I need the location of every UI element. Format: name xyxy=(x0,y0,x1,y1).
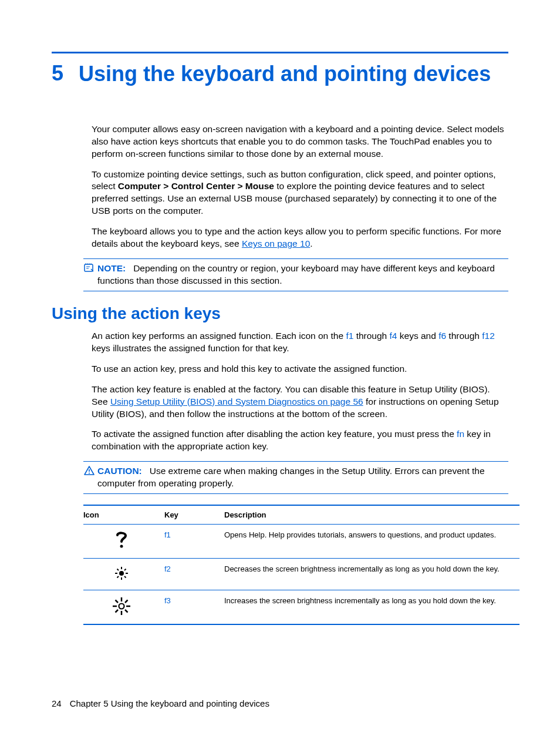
text: Use extreme care when making changes in … xyxy=(97,466,485,488)
chapter-title: Using the keyboard and pointing devices xyxy=(79,61,491,88)
svg-point-2 xyxy=(89,473,90,474)
table-row: f3 Increases the screen brightness incre… xyxy=(83,590,519,625)
help-icon xyxy=(83,525,164,559)
svg-line-12 xyxy=(124,569,126,571)
svg-line-10 xyxy=(124,576,126,578)
chapter-number: 5 xyxy=(52,61,63,86)
caution-label: CAUTION: xyxy=(97,466,142,476)
desc-cell: Increases the screen brightness incremen… xyxy=(224,590,519,625)
brightness-up-icon xyxy=(83,590,164,625)
table-row: f2 Decreases the screen brightness incre… xyxy=(83,559,519,590)
note-label: NOTE: xyxy=(97,263,126,273)
section-p4: To activate the assigned function after … xyxy=(92,428,508,453)
chapter-heading: 5 Using the keyboard and pointing device… xyxy=(52,61,508,88)
table-header-row: Icon Key Description xyxy=(83,505,519,525)
svg-line-11 xyxy=(117,576,119,578)
note-text: NOTE: Depending on the country or region… xyxy=(97,263,508,287)
caution-text: CAUTION: Use extreme care when making ch… xyxy=(97,465,508,490)
key-f1: f1 xyxy=(346,331,353,341)
keys-link[interactable]: Keys on page 10 xyxy=(242,238,310,248)
key-f6: f6 xyxy=(438,331,446,341)
section-p2: To use an action key, press and hold thi… xyxy=(92,363,508,375)
key-cell: f1 xyxy=(164,525,224,559)
caution-callout: CAUTION: Use extreme care when making ch… xyxy=(83,461,508,494)
key-cell: f3 xyxy=(164,590,224,625)
text: through xyxy=(353,331,389,341)
brightness-down-icon xyxy=(83,559,164,590)
intro-p2: To customize pointing device settings, s… xyxy=(92,169,508,218)
intro-p3: The keyboard allows you to type and the … xyxy=(92,226,508,250)
table-row: f1 Opens Help. Help provides tutorials, … xyxy=(83,525,519,559)
svg-point-13 xyxy=(119,604,124,609)
warning-icon xyxy=(83,465,95,476)
svg-line-18 xyxy=(116,600,119,603)
footer-text: Chapter 5 Using the keyboard and pointin… xyxy=(70,698,269,708)
text: keys and xyxy=(397,331,438,341)
svg-line-9 xyxy=(117,569,119,571)
svg-point-3 xyxy=(120,545,123,548)
svg-line-19 xyxy=(125,610,128,613)
action-key-table: Icon Key Description f1 Opens Help. Help… xyxy=(83,505,519,625)
text: An action key performs an assigned funct… xyxy=(92,331,346,341)
section-body: An action key performs an assigned funct… xyxy=(52,330,508,453)
key-cell: f2 xyxy=(164,559,224,590)
section-p3: The action key feature is enabled at the… xyxy=(92,384,508,421)
svg-point-4 xyxy=(119,571,124,576)
text: Depending on the country or region, your… xyxy=(97,263,495,285)
th-key: Key xyxy=(164,505,224,525)
key-f4: f4 xyxy=(390,331,397,341)
text: . xyxy=(310,238,312,248)
intro-p1: Your computer allows easy on-screen navi… xyxy=(92,123,508,160)
th-desc: Description xyxy=(224,505,519,525)
desc-cell: Opens Help. Help provides tutorials, ans… xyxy=(224,525,519,559)
text: To activate the assigned function after … xyxy=(92,429,457,439)
key-f12: f12 xyxy=(482,331,495,341)
text: through xyxy=(446,331,482,341)
note-callout: NOTE: Depending on the country or region… xyxy=(83,258,508,291)
key-fn: fn xyxy=(457,429,464,439)
setup-utility-link[interactable]: Using Setup Utility (BIOS) and System Di… xyxy=(110,396,363,406)
page-number: 24 xyxy=(52,698,62,708)
intro-block: Your computer allows easy on-screen navi… xyxy=(52,123,508,250)
svg-rect-0 xyxy=(85,264,93,271)
page-footer: 24Chapter 5 Using the keyboard and point… xyxy=(52,698,269,708)
desc-cell: Decreases the screen brightness incremen… xyxy=(224,559,519,590)
note-icon xyxy=(83,263,95,273)
th-icon: Icon xyxy=(83,505,164,525)
svg-line-21 xyxy=(125,600,128,603)
top-rule xyxy=(52,52,508,53)
section-p1: An action key performs an assigned funct… xyxy=(92,330,508,355)
section-heading: Using the action keys xyxy=(52,304,508,323)
svg-line-20 xyxy=(116,610,119,613)
text: keys illustrates the assigned function f… xyxy=(92,343,289,353)
menu-path: Computer > Control Center > Mouse xyxy=(118,181,274,191)
